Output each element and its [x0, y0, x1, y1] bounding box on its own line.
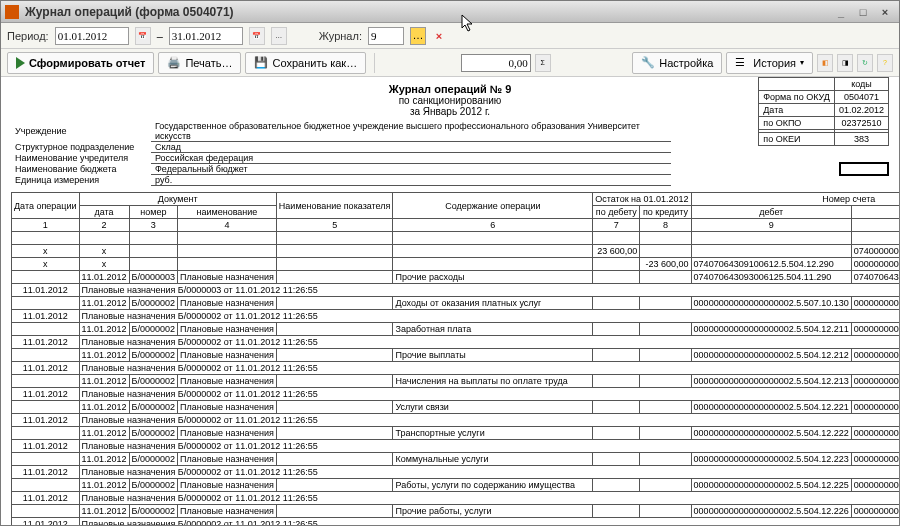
save-label: Сохранить как…	[272, 57, 357, 69]
close-button[interactable]: ×	[875, 4, 895, 20]
play-icon	[16, 57, 25, 69]
range-dash: –	[157, 30, 163, 42]
meta-left-box: УчреждениеГосударственное образовательно…	[11, 121, 671, 186]
calendar-to-icon[interactable]: 📅	[249, 27, 265, 45]
period-label: Период:	[7, 30, 49, 42]
journal-select-button[interactable]: …	[410, 27, 426, 45]
table-row[interactable]: 11.01.2012Плановые назначения Б/0000002 …	[12, 388, 900, 401]
table-row[interactable]: 11.01.2012Плановые назначения Б/0000002 …	[12, 518, 900, 526]
actions-toolbar: Сформировать отчет 🖨️ Печать… 💾 Сохранит…	[1, 49, 899, 77]
app-icon	[5, 5, 19, 19]
journal-input[interactable]	[368, 27, 404, 45]
save-as-button[interactable]: 💾 Сохранить как…	[245, 52, 366, 74]
table-row[interactable]: 11.01.2012Б/0000002Плановые назначенияТр…	[12, 427, 900, 440]
operations-grid[interactable]: Дата операцииДокументНаименование показа…	[11, 192, 899, 525]
table-row[interactable]: 11.01.2012Плановые назначения Б/0000002 …	[12, 466, 900, 479]
table-row[interactable]: 11.01.2012Б/0000002Плановые назначенияПр…	[12, 349, 900, 362]
journal-clear-button[interactable]: ×	[432, 27, 446, 45]
print-label: Печать…	[185, 57, 232, 69]
date-from-input[interactable]	[55, 27, 129, 45]
history-button[interactable]: ☰ История▾	[726, 52, 813, 74]
help-icon[interactable]: ?	[877, 54, 893, 72]
table-row[interactable]: xx23 600,00074000000000000612.5.502.11.3…	[12, 245, 900, 258]
table-row[interactable]: 11.01.2012Б/0000002Плановые назначенияЗа…	[12, 323, 900, 336]
table-row[interactable]: 11.01.2012Б/0000002Плановые назначенияПр…	[12, 505, 900, 518]
calendar-from-icon[interactable]: 📅	[135, 27, 151, 45]
report-area[interactable]: Журнал операций № 9 по санкционированию …	[1, 77, 899, 525]
print-button[interactable]: 🖨️ Печать…	[158, 52, 241, 74]
history-label: История	[753, 57, 796, 69]
table-row[interactable]: 11.01.2012Б/0000002Плановые назначенияРа…	[12, 479, 900, 492]
settings-button[interactable]: 🔧 Настройка	[632, 52, 722, 74]
titlebar[interactable]: Журнал операций (форма 0504071) _ □ ×	[1, 1, 899, 23]
table-row[interactable]: 11.01.2012Плановые назначения Б/0000002 …	[12, 440, 900, 453]
journal-label: Журнал:	[319, 30, 362, 42]
tb-icon-2[interactable]: ◨	[837, 54, 853, 72]
table-row[interactable]: 11.01.2012Б/0000002Плановые назначенияНа…	[12, 375, 900, 388]
list-icon: ☰	[735, 56, 749, 70]
table-row[interactable]: 11.01.2012Плановые назначения Б/0000002 …	[12, 362, 900, 375]
sum-dropdown-icon[interactable]: Σ	[535, 54, 551, 72]
printer-icon: 🖨️	[167, 56, 181, 70]
table-row[interactable]: 11.01.2012Плановые назначения Б/0000002 …	[12, 336, 900, 349]
refresh-icon[interactable]: ↻	[857, 54, 873, 72]
tb-icon-1[interactable]: ◧	[817, 54, 833, 72]
settings-label: Настройка	[659, 57, 713, 69]
date-to-input[interactable]	[169, 27, 243, 45]
table-row[interactable]: 11.01.2012Б/0000003Плановые назначенияПр…	[12, 271, 900, 284]
table-row[interactable]: 11.01.2012Б/0000002Плановые назначенияДо…	[12, 297, 900, 310]
wrench-icon: 🔧	[641, 56, 655, 70]
highlight-rect	[839, 162, 889, 176]
range-picker-icon[interactable]: …	[271, 27, 287, 45]
table-row[interactable]: 11.01.2012Б/0000002Плановые назначенияУс…	[12, 401, 900, 414]
separator	[374, 53, 375, 73]
table-row[interactable]: 11.01.2012Плановые назначения Б/0000002 …	[12, 310, 900, 323]
disk-icon: 💾	[254, 56, 268, 70]
table-row[interactable]: xx-23 600,0007407064309100612.5.504.12.2…	[12, 258, 900, 271]
form-report-button[interactable]: Сформировать отчет	[7, 52, 154, 74]
params-toolbar: Период: 📅 – 📅 … Журнал: … ×	[1, 23, 899, 49]
form-report-label: Сформировать отчет	[29, 57, 145, 69]
table-row[interactable]: 11.01.2012Плановые назначения Б/0000002 …	[12, 492, 900, 505]
window-title: Журнал операций (форма 0504071)	[25, 5, 829, 19]
sum-display[interactable]	[461, 54, 531, 72]
table-row[interactable]: 24 859 862,3020 700 000	[12, 232, 900, 245]
table-row[interactable]: 11.01.2012Б/0000002Плановые назначенияКо…	[12, 453, 900, 466]
table-row[interactable]: 11.01.2012Плановые назначения Б/0000002 …	[12, 414, 900, 427]
table-row[interactable]: 11.01.2012Плановые назначения Б/0000003 …	[12, 284, 900, 297]
meta-right-box: кодыФорма по ОКУД0504071Дата01.02.2012по…	[758, 77, 889, 146]
minimize-button[interactable]: _	[831, 4, 851, 20]
maximize-button[interactable]: □	[853, 4, 873, 20]
